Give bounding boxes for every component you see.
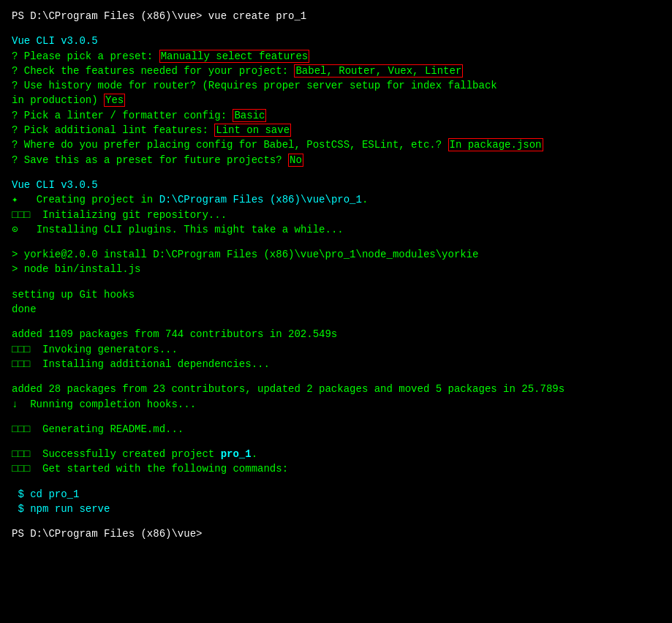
- blank-line-8: [12, 437, 660, 447]
- terminal-window: PS D:\CProgram Files (x86)\vue> vue crea…: [9, 6, 663, 623]
- success-line: □□□ Successfully created project pro_1.: [12, 447, 660, 461]
- cd-command-line: $ cd pro_1: [12, 487, 660, 502]
- blank-line-6: [12, 371, 660, 382]
- added-28-line: added 28 packages from 23 contributors, …: [12, 382, 660, 396]
- git-init-line: □□□ Initializing git repository...: [12, 208, 660, 222]
- blank-line-10: [12, 516, 660, 526]
- done-line: done: [12, 302, 660, 317]
- history-yes-highlight: Yes: [104, 94, 125, 107]
- vue-cli-header-1: Vue CLI v3.0.5: [12, 34, 660, 48]
- npm-serve-line: $ npm run serve: [12, 502, 660, 516]
- linter-config-line: ? Pick a linter / formatter config: Basi…: [12, 108, 660, 123]
- history-mode-line: ? Use history mode for router? (Requires…: [12, 78, 660, 93]
- blank-line-5: [12, 317, 660, 327]
- blank-line-3: [12, 237, 660, 247]
- blank-line-4: [12, 277, 660, 287]
- creating-project-line: ✦ Creating project in D:\CProgram Files …: [12, 192, 660, 207]
- blank-line-1: [12, 23, 660, 34]
- added-packages-line: added 1109 packages from 744 contributor…: [12, 327, 660, 341]
- ps-prompt-top: PS D:\CProgram Files (x86)\vue> vue crea…: [12, 9, 660, 23]
- yorkie-line: > yorkie@2.0.0 install D:\CProgram Files…: [12, 247, 660, 262]
- preset-line: ? Please pick a preset: Manually select …: [12, 49, 660, 64]
- installing-additional-line: □□□ Installing additional dependencies..…: [12, 357, 660, 371]
- installing-cli-line: ⊙ Installing CLI plugins. This might tak…: [12, 222, 660, 237]
- history-mode-line2: in production) Yes: [12, 93, 660, 107]
- blank-line-9: [12, 477, 660, 487]
- preset-highlight: Manually select features: [159, 50, 310, 63]
- lint-on-save-highlight: Lint on save: [214, 124, 291, 137]
- features-line: ? Check the features needed for your pro…: [12, 64, 660, 78]
- features-highlight: Babel, Router, Vuex, Linter: [294, 64, 463, 78]
- lint-features-line: ? Pick additional lint features: Lint on…: [12, 123, 660, 137]
- save-preset-line: ? Save this as a preset for future proje…: [12, 153, 660, 167]
- no-highlight: No: [288, 154, 303, 167]
- git-hooks-line: setting up Git hooks: [12, 287, 660, 302]
- blank-line-7: [12, 412, 660, 422]
- vue-cli-header-2: Vue CLI v3.0.5: [12, 178, 660, 192]
- get-started-line: □□□ Get started with the following comma…: [12, 461, 660, 476]
- blank-line-2: [12, 167, 660, 178]
- node-bin-line: > node bin/install.js: [12, 262, 660, 276]
- generating-readme-line: □□□ Generating README.md...: [12, 422, 660, 437]
- project-path: D:\CProgram Files (x86)\vue\pro_1: [159, 194, 362, 205]
- invoking-generators-line: □□□ Invoking generators...: [12, 342, 660, 357]
- package-json-highlight: In package.json: [448, 138, 543, 151]
- running-completion-line: ↓ Running completion hooks...: [12, 397, 660, 412]
- ps-prompt-bottom: PS D:\CProgram Files (x86)\vue>: [12, 526, 660, 541]
- project-name-highlight: pro_1: [221, 448, 252, 460]
- linter-highlight: Basic: [233, 109, 266, 122]
- config-placement-line: ? Where do you prefer placing config for…: [12, 137, 660, 152]
